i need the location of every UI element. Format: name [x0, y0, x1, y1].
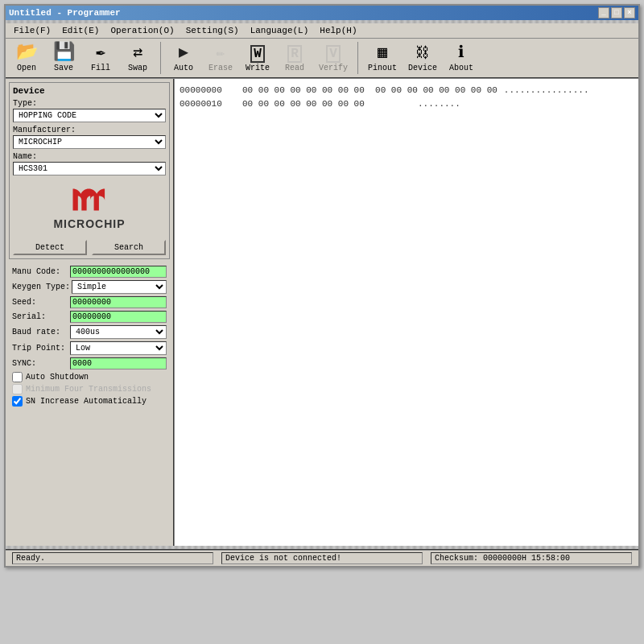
hex-bytes-0: 00 00 00 00 00 00 00 00 00 00 00 00 00 0… [242, 84, 497, 97]
open-button[interactable]: Open [10, 43, 43, 74]
type-select[interactable]: HOPPING CODE FIXED CODE ROLLING CODE [13, 109, 166, 122]
title-bar: Untitled - Programmer _ □ × [6, 6, 638, 20]
auto-shutdown-label: Auto Shutdown [26, 373, 89, 382]
min-four-label: Minimum Four Transmissions [26, 385, 151, 394]
status-ready: Ready. [12, 552, 213, 564]
keygen-type-label: Keygen Type: [12, 283, 70, 291]
minimize-button[interactable]: _ [598, 7, 609, 19]
hex-bytes-1: 00 00 00 00 00 00 00 00 [242, 97, 411, 111]
write-button[interactable]: Write [242, 43, 274, 74]
swap-icon [133, 44, 142, 62]
menu-help[interactable]: Help(H) [315, 25, 361, 36]
erase-icon [217, 44, 225, 62]
min-four-row: Minimum Four Transmissions [12, 384, 167, 394]
status-bar: Ready. Device is not connected! Checksum… [6, 549, 638, 566]
menu-edit[interactable]: Edit(E) [57, 25, 104, 36]
pinout-button[interactable]: Pinout [365, 43, 400, 74]
logo-area: MICROCHIP [13, 182, 166, 233]
left-panel: Device Type: HOPPING CODE FIXED CODE ROL… [6, 79, 175, 546]
hex-row-0: 00000000 00 00 00 00 00 00 00 00 00 00 0… [180, 84, 634, 97]
about-icon [458, 44, 464, 62]
sn-increase-checkbox[interactable] [12, 396, 23, 407]
device-button[interactable]: Device [405, 43, 440, 74]
name-label: Name: [13, 152, 166, 161]
baud-rate-label: Baud rate: [12, 328, 68, 336]
maximize-button[interactable]: □ [611, 7, 622, 19]
save-button[interactable]: Save [47, 43, 80, 74]
status-device: Device is not connected! [221, 552, 423, 564]
hex-addr-1: 00000010 [180, 97, 236, 111]
sync-input[interactable] [70, 357, 167, 369]
device-icon [415, 44, 430, 62]
write-label: Write [246, 64, 270, 72]
read-button[interactable]: Read [279, 43, 311, 74]
about-button[interactable]: About [445, 43, 477, 74]
hex-ascii-0: ................ [504, 84, 589, 97]
toolbar-separator-2 [357, 42, 358, 74]
read-label: Read [285, 64, 304, 72]
write-icon [250, 44, 265, 62]
open-label: Open [17, 64, 36, 72]
hex-display: 00000000 00 00 00 00 00 00 00 00 00 00 0… [180, 84, 634, 110]
auto-icon [179, 44, 188, 62]
serial-row: Serial: [12, 311, 167, 323]
fill-icon [96, 44, 105, 62]
title-bar-text: Untitled - Programmer [9, 8, 121, 18]
baud-rate-row: Baud rate: 400us 800us 200us [12, 325, 167, 339]
detect-button[interactable]: Detect [13, 240, 87, 255]
status-checksum: Checksum: 00000000H 15:58:00 [431, 552, 632, 564]
title-bar-buttons: _ □ × [598, 7, 635, 19]
keygen-type-row: Keygen Type: Simple Complex [12, 280, 167, 294]
microchip-logo: MICROCHIP [53, 185, 125, 230]
auto-label: Auto [174, 64, 193, 72]
swap-label: Swap [128, 64, 147, 72]
keygen-type-select[interactable]: Simple Complex [72, 280, 167, 294]
device-action-buttons: Detect Search [13, 240, 166, 255]
search-button[interactable]: Search [92, 240, 166, 255]
microchip-logo-svg [69, 185, 109, 217]
menu-file[interactable]: File(F) [9, 25, 56, 36]
pinout-label: Pinout [368, 64, 397, 72]
seed-input[interactable] [70, 296, 167, 308]
open-icon [16, 44, 38, 62]
close-button[interactable]: × [624, 7, 635, 19]
manu-code-input[interactable] [70, 266, 167, 278]
baud-rate-select[interactable]: 400us 800us 200us [70, 325, 167, 339]
device-group: Device Type: HOPPING CODE FIXED CODE ROL… [9, 82, 170, 259]
pinout-icon [378, 44, 387, 62]
manufacturer-select[interactable]: MICROCHIP ATMEL NXP [13, 135, 166, 149]
save-icon [53, 44, 75, 62]
auto-shutdown-checkbox[interactable] [12, 372, 23, 382]
erase-button[interactable]: Erase [204, 43, 237, 74]
verify-button[interactable]: Verify [316, 43, 351, 74]
erase-label: Erase [208, 64, 233, 72]
min-four-checkbox[interactable] [12, 384, 23, 394]
toolbar: Open Save Fill Swap Auto Erase Write [6, 39, 638, 79]
auto-shutdown-row: Auto Shutdown [12, 372, 167, 382]
menu-language[interactable]: Language(L) [246, 25, 314, 36]
main-window: Untitled - Programmer _ □ × File(F) Edit… [4, 4, 640, 568]
main-area: Device Type: HOPPING CODE FIXED CODE ROL… [6, 79, 638, 546]
swap-button[interactable]: Swap [122, 43, 154, 74]
trip-point-row: Trip Point: Low High [12, 341, 167, 355]
name-select[interactable]: HCS301 HCS300 HCS200 [13, 162, 166, 175]
fill-button[interactable]: Fill [85, 43, 117, 74]
manu-code-label: Manu Code: [12, 267, 68, 276]
trip-point-label: Trip Point: [12, 344, 68, 353]
verify-label: Verify [319, 64, 348, 72]
params-panel: Manu Code: Keygen Type: Simple Complex S… [9, 262, 170, 411]
right-panel: 00000000 00 00 00 00 00 00 00 00 00 00 0… [175, 79, 638, 546]
trip-point-select[interactable]: Low High [70, 341, 167, 355]
type-label: Type: [13, 99, 166, 108]
save-label: Save [54, 64, 73, 72]
manufacturer-label: Manufacturer: [13, 126, 166, 134]
hex-row-1: 00000010 00 00 00 00 00 00 00 00 .......… [180, 97, 634, 111]
menu-bar: File(F) Edit(E) Operation(O) Setting(S) … [6, 23, 638, 39]
auto-button[interactable]: Auto [167, 43, 200, 74]
serial-input[interactable] [70, 311, 167, 323]
menu-setting[interactable]: Setting(S) [181, 25, 244, 36]
manu-code-row: Manu Code: [12, 266, 167, 278]
seed-label: Seed: [12, 298, 68, 307]
menu-operation[interactable]: Operation(O) [105, 25, 179, 36]
about-label: About [449, 64, 473, 72]
